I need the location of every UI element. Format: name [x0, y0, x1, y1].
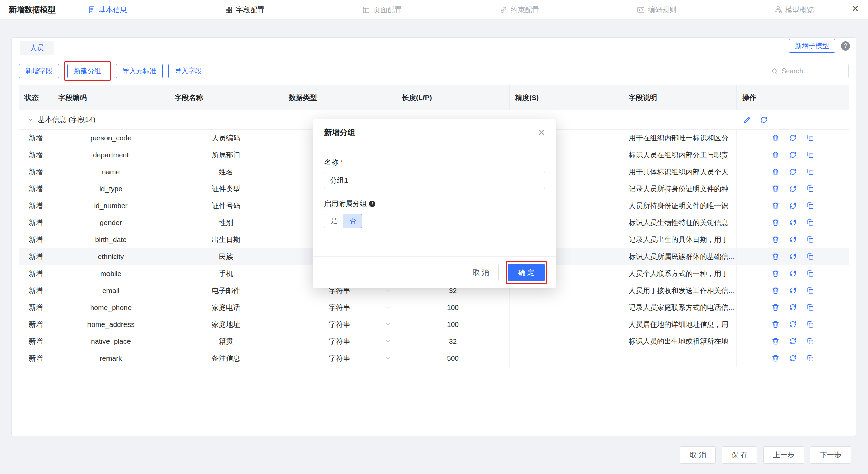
delete-icon[interactable] — [771, 303, 780, 312]
table-row: 新增home_address家庭地址字符串100人员居住地的详细地址信息，用 — [19, 316, 849, 333]
save-button[interactable]: 保 存 — [722, 446, 757, 464]
modal-confirm-button[interactable]: 确 定 — [508, 264, 545, 281]
edit-icon[interactable] — [743, 116, 751, 124]
copy-icon[interactable] — [806, 201, 814, 210]
copy-icon[interactable] — [806, 354, 814, 362]
import-meta-button[interactable]: 导入元标准 — [116, 64, 163, 78]
code-icon — [637, 6, 645, 14]
precision-cell — [510, 333, 623, 350]
delete-icon[interactable] — [771, 184, 780, 193]
sync-icon[interactable] — [789, 303, 797, 312]
copy-icon[interactable] — [806, 151, 814, 159]
status-cell: 新增 — [19, 146, 53, 163]
import-field-button[interactable]: 导入字段 — [168, 64, 208, 78]
toggle-no[interactable]: 否 — [343, 214, 362, 228]
stepper-connector — [133, 10, 219, 10]
name-cell: 手机 — [169, 265, 283, 282]
sync-icon[interactable] — [789, 286, 797, 295]
delete-icon[interactable] — [771, 320, 780, 329]
chevron-down-icon[interactable] — [27, 116, 34, 123]
code-cell: email — [53, 282, 169, 299]
stepper: 基本信息字段配置页面配置约束配置编码规则模型概览 — [87, 0, 814, 20]
help-icon[interactable]: ? — [841, 41, 850, 51]
delete-icon[interactable] — [771, 269, 780, 278]
delete-icon[interactable] — [771, 151, 780, 159]
step-1[interactable]: 基本信息 — [87, 5, 127, 15]
modal-close-icon[interactable]: ✕ — [538, 128, 545, 137]
name-cell: 家庭地址 — [169, 316, 283, 333]
ops-cell — [737, 282, 849, 299]
add-submodel-button[interactable]: 新增子模型 — [789, 39, 835, 53]
type-cell[interactable]: 字符串 — [283, 316, 396, 333]
step-5[interactable]: 编码规则 — [637, 5, 676, 15]
delete-icon[interactable] — [771, 167, 780, 176]
sync-icon[interactable] — [789, 269, 797, 278]
step-label: 基本信息 — [99, 5, 127, 15]
delete-icon[interactable] — [771, 337, 780, 345]
group-name-input[interactable] — [324, 172, 545, 189]
copy-icon[interactable] — [806, 184, 814, 193]
copy-icon[interactable] — [806, 218, 814, 227]
step-2[interactable]: 字段配置 — [225, 5, 264, 15]
link-icon — [499, 6, 508, 14]
search-box — [767, 64, 849, 78]
delete-icon[interactable] — [771, 218, 780, 227]
delete-icon[interactable] — [771, 134, 780, 142]
copy-icon[interactable] — [806, 134, 814, 142]
code-cell: home_phone — [53, 299, 169, 316]
column-header: 数据类型 — [283, 85, 396, 110]
type-cell[interactable]: 字符串 — [283, 333, 396, 350]
sync-icon[interactable] — [789, 235, 797, 244]
prev-step-button[interactable]: 上一步 — [763, 446, 804, 464]
add-field-button[interactable]: 新增字段 — [19, 64, 59, 78]
precision-cell — [510, 350, 623, 367]
sync-icon[interactable] — [789, 184, 797, 193]
step-3[interactable]: 页面配置 — [362, 5, 402, 15]
copy-icon[interactable] — [806, 252, 814, 261]
copy-icon[interactable] — [806, 167, 814, 176]
modal-cancel-button[interactable]: 取 消 — [463, 264, 499, 281]
copy-icon[interactable] — [806, 286, 814, 295]
sync-icon[interactable] — [789, 252, 797, 261]
sync-icon[interactable] — [789, 354, 797, 362]
toggle-yes[interactable]: 是 — [324, 214, 343, 228]
page-title: 新增数据模型 — [9, 4, 56, 15]
copy-icon[interactable] — [806, 303, 814, 312]
step-6[interactable]: 模型概览 — [774, 5, 814, 15]
delete-icon[interactable] — [771, 354, 780, 362]
code-cell: mobile — [53, 265, 169, 282]
copy-icon[interactable] — [806, 269, 814, 278]
close-icon[interactable]: ✕ — [851, 4, 859, 14]
delete-icon[interactable] — [771, 252, 780, 261]
search-input[interactable] — [782, 67, 844, 75]
delete-icon[interactable] — [771, 286, 780, 295]
type-cell[interactable]: 字符串 — [283, 350, 396, 367]
ops-cell — [737, 146, 849, 163]
copy-icon[interactable] — [806, 337, 814, 345]
delete-icon[interactable] — [771, 235, 780, 244]
sync-icon[interactable] — [789, 134, 797, 142]
copy-icon[interactable] — [806, 320, 814, 329]
column-header: 字段编码 — [53, 85, 169, 110]
sync-icon[interactable] — [789, 218, 797, 227]
step-4[interactable]: 约束配置 — [499, 5, 539, 15]
table-header-row: 状态字段编码字段名称数据类型长度(L/P)精度(S)字段说明操作 — [19, 85, 849, 110]
sync-icon[interactable] — [760, 116, 768, 124]
sync-icon[interactable] — [789, 167, 797, 176]
copy-icon[interactable] — [806, 235, 814, 244]
sync-icon[interactable] — [789, 151, 797, 159]
top-header: 新增数据模型 基本信息字段配置页面配置约束配置编码规则模型概览 ✕ — [0, 0, 868, 20]
new-group-button[interactable]: 新建分组 — [67, 64, 107, 78]
sync-icon[interactable] — [789, 320, 797, 329]
code-cell: id_type — [53, 180, 169, 197]
next-step-button[interactable]: 下一步 — [810, 446, 851, 464]
tab-personnel[interactable]: 人员 — [20, 41, 54, 55]
delete-icon[interactable] — [771, 201, 780, 210]
sync-icon[interactable] — [789, 337, 797, 345]
chevron-down-icon — [384, 321, 391, 328]
type-cell[interactable]: 字符串 — [283, 299, 396, 316]
info-icon[interactable]: i — [369, 201, 375, 207]
sync-icon[interactable] — [789, 201, 797, 210]
step-label: 编码规则 — [648, 5, 676, 15]
cancel-button[interactable]: 取 消 — [680, 446, 716, 464]
